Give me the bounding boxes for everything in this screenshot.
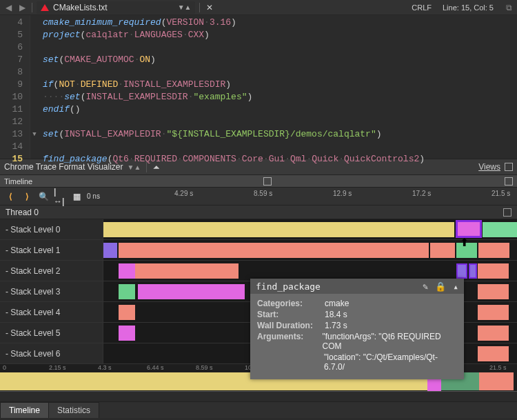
tooltip-value: 1.73 s — [325, 321, 347, 330]
stack-row: - Stack Level 0 — [0, 219, 517, 240]
close-tab-icon[interactable]: ✕ — [204, 2, 215, 13]
tab-timeline[interactable]: Timeline — [0, 402, 49, 418]
tooltip-key — [257, 352, 318, 372]
time-ruler[interactable]: 4.29 s 8.59 s 12.9 s 17.2 s 21.5 s — [103, 188, 517, 205]
views-button[interactable]: Views — [478, 162, 500, 172]
trace-bar[interactable] — [119, 263, 135, 279]
stack-level-label: - Stack Level 1 — [0, 240, 103, 260]
stack-level-label: - Stack Level 0 — [0, 219, 103, 239]
filter-icon[interactable]: ⏶ — [152, 162, 161, 172]
trace-bar[interactable] — [103, 222, 454, 237]
trace-bar[interactable] — [119, 305, 135, 320]
tooltip-title: find_package — [256, 281, 321, 292]
overview-tick: 21.5 s — [489, 364, 507, 371]
trace-bar[interactable] — [456, 263, 467, 279]
split-editor-icon[interactable]: ⧉ — [503, 2, 514, 13]
code-editor[interactable]: 4 5 6 7 8 9 10 11 12 13 14 15 ▼ cmake_mi… — [0, 15, 517, 159]
trace-bar[interactable] — [478, 243, 509, 258]
trace-bar[interactable] — [135, 263, 239, 279]
tooltip-value: cmake — [325, 299, 349, 308]
lock-icon[interactable]: 🔒 — [435, 281, 446, 292]
nav-forward-icon[interactable]: ▶ — [17, 2, 28, 13]
grid-icon[interactable]: ▦ — [70, 190, 83, 203]
code-content[interactable]: cmake_minimum_required(VERSION·3.16) pro… — [39, 15, 429, 159]
zoom-level-label: 0 ns — [87, 192, 100, 200]
fold-marker-icon[interactable]: ▼ — [30, 128, 39, 141]
file-tab[interactable]: CMakeLists.txt ▼▲ — [37, 1, 195, 14]
trace-bar[interactable] — [119, 326, 135, 341]
tab-dropdown-icon[interactable]: ▼▲ — [178, 3, 192, 11]
tooltip-value: "location": "C:/Qt/Examples/Qt-6.7.0/ — [324, 352, 457, 372]
timeline-toolbar: ⟨ ⟩ 🔍 |↔| ▦ 0 ns 4.29 s 8.59 s 12.9 s 17… — [0, 188, 517, 206]
tooltip-header: find_package ✎ 🔒 ▴ — [250, 279, 464, 294]
timeline-section-header: Timeline — [0, 175, 517, 188]
trace-bar[interactable] — [469, 263, 477, 279]
close-section-icon[interactable] — [505, 177, 513, 186]
stack-level-label: - Stack Level 5 — [0, 323, 103, 343]
stack-bars[interactable] — [103, 219, 517, 239]
separator — [32, 3, 32, 12]
fold-column: ▼ — [30, 15, 39, 159]
overview-tick: 6.44 s — [147, 364, 164, 371]
jump-next-icon[interactable]: ⟩ — [21, 190, 33, 203]
nav-back-icon[interactable]: ◀ — [3, 2, 14, 13]
range-select-icon[interactable]: |↔| — [54, 190, 66, 203]
ruler-tick: 12.9 s — [333, 190, 352, 197]
thread-header[interactable]: Thread 0 — [0, 206, 517, 219]
cursor-position-label[interactable]: Line: 15, Col: 5 — [441, 3, 500, 12]
tooltip-key: Wall Duration: — [257, 321, 319, 330]
stack-bars[interactable] — [103, 261, 517, 281]
mouse-cursor-icon: ⬆ — [460, 236, 469, 249]
bottom-tab-bar: Timeline Statistics — [0, 401, 517, 418]
stack-level-label: - Stack Level 6 — [0, 343, 103, 363]
stack-bars[interactable] — [103, 240, 517, 260]
ruler-tick: 8.59 s — [254, 190, 272, 197]
overview-tick: 4.3 s — [98, 364, 112, 371]
visualizer-title: Chrome Trace Format Visualizer — [4, 162, 123, 172]
overview-tick: 2.15 s — [49, 364, 66, 371]
overview-bar — [479, 372, 514, 390]
tab-statistics[interactable]: Statistics — [48, 402, 99, 418]
ruler-tick: 21.5 s — [491, 190, 510, 197]
trace-bar[interactable] — [138, 284, 245, 299]
cmake-file-icon — [41, 4, 49, 11]
line-number-gutter: 4 5 6 7 8 9 10 11 12 13 14 15 — [0, 15, 30, 159]
expand-icon[interactable] — [263, 177, 272, 186]
tooltip-value: "functionArgs": "Qt6 REQUIRED COM — [322, 332, 457, 351]
trace-tooltip: find_package ✎ 🔒 ▴ Categories:cmake Star… — [250, 279, 464, 379]
tooltip-key: Categories: — [257, 299, 319, 308]
restore-icon[interactable] — [505, 163, 513, 171]
trace-bar[interactable] — [119, 243, 429, 258]
overview-bar — [427, 381, 441, 391]
separator — [199, 3, 200, 12]
ruler-tick: 17.2 s — [412, 190, 431, 197]
zoom-icon[interactable]: 🔍 — [37, 190, 50, 203]
tooltip-key: Start: — [257, 310, 319, 319]
ruler-tick: 4.29 s — [174, 190, 193, 197]
editor-tabbar: ◀ ▶ CMakeLists.txt ▼▲ ✕ CRLF Line: 15, C… — [0, 0, 517, 15]
trace-bar[interactable] — [478, 346, 509, 361]
trace-bar[interactable] — [478, 326, 509, 341]
tooltip-key: Arguments: — [257, 332, 316, 351]
trace-bar[interactable] — [478, 284, 509, 299]
thread-collapse-icon[interactable] — [503, 208, 511, 217]
separator — [146, 161, 147, 172]
collapse-icon[interactable]: ▴ — [453, 281, 458, 292]
line-ending-label[interactable]: CRLF — [410, 3, 438, 12]
edit-icon[interactable]: ✎ — [423, 281, 428, 292]
trace-bar[interactable] — [430, 243, 455, 258]
jump-prev-icon[interactable]: ⟨ — [4, 190, 17, 203]
trace-bar[interactable] — [478, 263, 509, 279]
overview-tick: 8.59 s — [196, 364, 213, 371]
stack-level-label: - Stack Level 3 — [0, 281, 103, 301]
tooltip-body: Categories:cmake Start:18.4 s Wall Durat… — [250, 294, 464, 379]
trace-bar[interactable] — [483, 222, 517, 237]
stack-row: - Stack Level 1 — [0, 240, 517, 261]
trace-bar[interactable] — [478, 305, 509, 320]
timeline-section-label: Timeline — [4, 177, 32, 186]
trace-bar[interactable] — [103, 243, 117, 258]
trace-bar[interactable] — [119, 284, 135, 299]
file-tab-label: CMakeLists.txt — [53, 3, 108, 12]
stack-level-label: - Stack Level 4 — [0, 302, 103, 322]
visualizer-dropdown-icon[interactable]: ▼▲ — [128, 163, 141, 171]
